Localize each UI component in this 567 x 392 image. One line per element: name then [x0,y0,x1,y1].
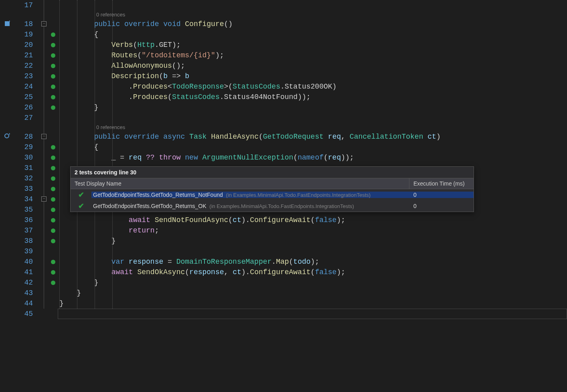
coverage-dot[interactable] [51,176,55,181]
header-test-name[interactable]: Test Display Name [71,178,409,189]
code-line[interactable]: .Produces<TodoResponse>(StatusCodes.Stat… [59,81,567,92]
test-row[interactable]: ✔GetTodoEndpointTests.GetTodo_Returns_No… [71,189,474,200]
coverage-dot[interactable] [51,74,55,79]
coverage-dot[interactable] [51,95,55,99]
code-line[interactable]: } [59,288,567,298]
fold-toggle[interactable]: − [41,196,47,202]
coverage-dot[interactable] [51,105,55,110]
coverage-dot[interactable] [51,145,55,150]
code-line[interactable]: public override async Task HandleAsync(G… [59,131,567,142]
code-line[interactable]: .Produces(StatusCodes.Status404NotFound)… [59,92,567,102]
code-line[interactable]: Verbs(Http.GET); [59,40,567,50]
line-number: 42 [17,277,33,288]
save-icon [4,20,10,28]
lens-icon [4,133,10,141]
code-line[interactable]: } [59,298,567,309]
test-name: GetTodoEndpointTests.GetTodo_Returns_OK … [91,203,409,209]
coverage-dot[interactable] [51,85,55,89]
coverage-dot[interactable] [51,166,55,170]
coverage-dot[interactable] [51,239,55,243]
line-number: 26 [17,102,33,113]
code-line[interactable]: public override void Configure() [59,19,567,29]
code-line[interactable]: _ = req ?? throw new ArgumentNullExcepti… [59,152,567,163]
svg-point-0 [5,134,9,138]
indent-guide [77,0,77,309]
test-status-icon: ✔ [71,202,91,210]
code-line[interactable]: AllowAnonymous(); [59,61,567,71]
tooltip-title: 2 tests covering line 30 [71,167,474,178]
test-exec-time: 0 [409,203,474,209]
coverage-dot[interactable] [51,156,55,160]
coverage-dot[interactable] [51,228,55,233]
code-line[interactable]: } [59,102,567,113]
code-line[interactable]: { [59,142,567,152]
line-number: 33 [17,184,33,194]
line-number: 34 [17,194,33,204]
coverage-gutter[interactable] [49,0,58,392]
coverage-dot[interactable] [51,260,55,264]
code-line[interactable]: { [59,29,567,40]
line-number: 24 [17,81,33,92]
line-number: 39 [17,246,33,257]
coverage-dot[interactable] [51,281,55,285]
line-number: 17 [17,0,33,10]
coverage-dot[interactable] [51,43,55,47]
code-line[interactable]: Description(b => b [59,71,567,81]
line-number: 41 [17,267,33,277]
coverage-dot[interactable] [51,53,55,58]
coverage-dot[interactable] [51,208,55,212]
code-line[interactable]: Routes("/todoitems/{id}"); [59,50,567,61]
header-exec-time[interactable]: Execution Time (ms) [409,178,474,189]
line-number: 44 [17,298,33,309]
line-number: 18 [17,19,33,29]
coverage-dot[interactable] [51,32,55,37]
line-number: 27 [17,113,33,123]
indent-guide [95,0,95,309]
line-number: 36 [17,215,33,225]
glyph-margin [0,0,17,392]
line-number: 19 [17,29,33,40]
line-number: 38 [17,236,33,246]
code-line[interactable]: await SendNotFoundAsync(ct).ConfigureAwa… [59,215,567,225]
tooltip-header-row: Test Display Name Execution Time (ms) [71,178,474,189]
code-line[interactable]: var response = DomainToResponseMapper.Ma… [59,257,567,267]
line-number: 21 [17,50,33,61]
line-number: 31 [17,163,33,173]
code-line[interactable] [59,113,567,123]
code-line[interactable]: } [59,277,567,288]
test-exec-time: 0 [409,192,474,198]
coverage-dot[interactable] [51,218,55,222]
line-number: 35 [17,204,33,215]
fold-gutter[interactable]: −−− [40,0,49,392]
line-number: 30 [17,152,33,163]
line-number: 20 [17,40,33,50]
coverage-dot[interactable] [51,64,55,68]
fold-toggle[interactable]: − [41,21,47,26]
codelens-references[interactable]: 0 references [59,123,567,131]
code-line[interactable] [59,246,567,257]
coverage-dot[interactable] [51,187,55,191]
line-number: 23 [17,71,33,81]
indent-guide [59,0,60,309]
line-number: 45 [17,309,33,319]
code-line[interactable]: } [59,236,567,246]
coverage-dot[interactable] [51,270,55,275]
code-line[interactable] [59,309,567,319]
test-name: GetTodoEndpointTests.GetTodo_Returns_Not… [91,192,409,198]
fold-toggle[interactable]: − [41,134,47,139]
indent-guide [112,0,113,309]
code-line[interactable]: return; [59,225,567,236]
coverage-dot[interactable] [51,197,55,202]
line-number: 37 [17,225,33,236]
tooltip-rows: ✔GetTodoEndpointTests.GetTodo_Returns_No… [71,189,474,212]
line-number: 25 [17,92,33,102]
line-number: 43 [17,288,33,298]
code-line[interactable]: await SendOkAsync(response, ct).Configur… [59,267,567,277]
line-number: 29 [17,142,33,152]
code-line[interactable] [59,0,567,10]
test-coverage-tooltip[interactable]: 2 tests covering line 30 Test Display Na… [70,166,474,212]
test-row[interactable]: ✔GetTodoEndpointTests.GetTodo_Returns_OK… [71,200,474,212]
line-number: 22 [17,61,33,71]
line-number: 28 [17,131,33,142]
codelens-references[interactable]: 0 references [59,10,567,19]
